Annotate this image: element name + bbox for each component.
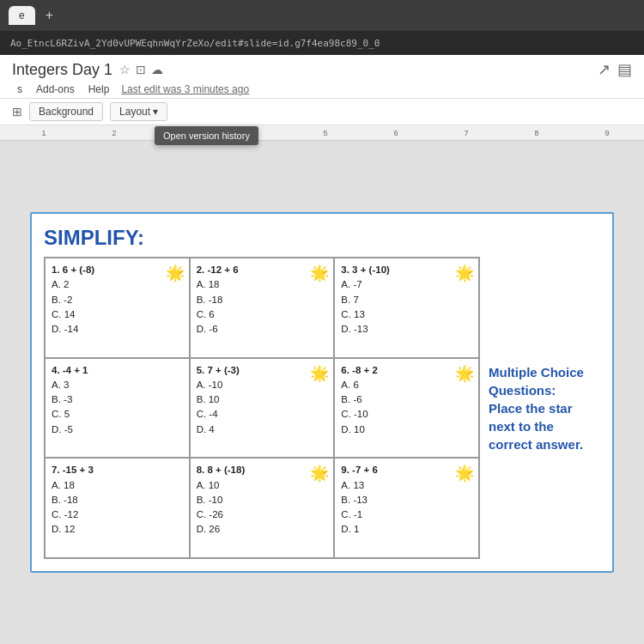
title-icons: ☆ ⊡ ☁ xyxy=(119,63,163,76)
star-icon[interactable]: ☆ xyxy=(119,63,131,76)
question-number-1: 1. 6 + (-8) xyxy=(52,264,94,275)
ruler-numbers: 1 2 3 4 5 6 7 8 9 xyxy=(2,129,642,137)
answer-option-3-0: A. -7 xyxy=(341,277,472,292)
ruler-tick-5: 5 xyxy=(290,129,361,137)
questions-grid: 1. 6 + (-8)🌟A. 2B. -2C. 14D. -142. -12 +… xyxy=(44,257,480,559)
answer-option-8-0: A. 10 xyxy=(197,478,328,493)
question-cell-3: 3. 3 + (-10)🌟A. -7B. 7C. 13D. -13 xyxy=(334,258,479,358)
star-emoji-9[interactable]: 🌟 xyxy=(455,462,474,485)
star-emoji-8[interactable]: 🌟 xyxy=(310,462,329,485)
answer-option-4-0: A. 3 xyxy=(52,378,183,392)
answer-option-8-2: C. -26 xyxy=(197,507,328,522)
active-tab[interactable]: e xyxy=(9,6,35,25)
side-text: Multiple Choice Questions: Place the sta… xyxy=(480,257,600,559)
question-cell-2: 2. -12 + 6🌟A. 18B. -18C. 6D. -6 xyxy=(190,258,335,358)
last-edit-link[interactable]: Last edit was 3 minutes ago xyxy=(121,83,249,95)
question-number-9: 9. -7 + 6 xyxy=(341,465,378,475)
answer-option-5-0: A. -10 xyxy=(197,378,328,392)
ruler-tick-7: 7 xyxy=(431,129,501,137)
ruler-tick-6: 6 xyxy=(361,129,431,137)
star-emoji-5[interactable]: 🌟 xyxy=(310,362,329,386)
answer-option-5-2: C. -4 xyxy=(197,407,328,422)
star-emoji-1[interactable]: 🌟 xyxy=(166,262,185,285)
menu-item-help[interactable]: Help xyxy=(83,81,115,98)
star-emoji-3[interactable]: 🌟 xyxy=(455,262,474,285)
ruler-tick-1: 1 xyxy=(9,129,79,137)
question-cell-8: 8. 8 + (-18)🌟A. 10B. -10C. -26D. 26 xyxy=(190,458,335,558)
answer-option-1-3: D. -14 xyxy=(52,322,183,337)
question-cell-1: 1. 6 + (-8)🌟A. 2B. -2C. 14D. -14 xyxy=(45,258,190,358)
answer-option-6-2: C. -10 xyxy=(341,407,472,422)
layout-button[interactable]: Layout ▾ xyxy=(110,102,167,121)
answer-option-2-0: A. 18 xyxy=(197,277,328,292)
ruler-tick-8: 8 xyxy=(501,129,572,137)
menu-bar: s Add-ons Help Last edit was 3 minutes a… xyxy=(12,81,632,98)
question-cell-6: 6. -8 + 2🌟A. 6B. -6C. -10D. 10 xyxy=(334,358,479,459)
question-cell-5: 5. 7 + (-3)🌟A. -10B. 10C. -4D. 4 xyxy=(190,358,335,459)
answer-option-5-3: D. 4 xyxy=(197,422,328,437)
answer-option-2-1: B. -18 xyxy=(197,293,328,307)
answer-option-4-2: C. 5 xyxy=(52,407,183,422)
question-number-5: 5. 7 + (-3) xyxy=(197,365,240,375)
answer-option-1-2: C. 14 xyxy=(52,307,183,322)
ruler: 1 2 3 4 5 6 7 8 9 xyxy=(0,125,644,141)
question-cell-9: 9. -7 + 6🌟A. 13B. -13C. -1D. 1 xyxy=(334,458,479,558)
answer-option-7-3: D. 12 xyxy=(52,522,183,537)
url-text[interactable]: Ao_EtncL6RZivA_2Yd0vUPWEqhnWqYrZeXo/edit… xyxy=(10,38,380,49)
ruler-tick-2: 2 xyxy=(79,129,149,137)
answer-option-1-0: A. 2 xyxy=(52,277,183,292)
toolbar: ⊞ Background Layout ▾ Open version histo… xyxy=(0,99,644,125)
save-icon[interactable]: ⊡ xyxy=(136,63,146,76)
answer-option-6-3: D. 10 xyxy=(341,422,472,437)
answer-option-3-1: B. 7 xyxy=(341,293,472,307)
answer-option-7-1: B. -18 xyxy=(52,493,183,507)
answer-option-7-2: C. -12 xyxy=(52,507,183,522)
answer-option-7-0: A. 18 xyxy=(52,478,183,493)
question-cell-7: 7. -15 + 3A. 18B. -18C. -12D. 12 xyxy=(45,458,190,558)
question-number-6: 6. -8 + 2 xyxy=(341,365,378,375)
top-bar: Integers Day 1 ☆ ⊡ ☁ ↗ ▤ s Add-ons Help … xyxy=(0,55,644,99)
present-icon[interactable]: ▤ xyxy=(617,60,632,79)
ruler-tick-9: 9 xyxy=(572,129,642,137)
app-area: Integers Day 1 ☆ ⊡ ☁ ↗ ▤ s Add-ons Help … xyxy=(0,55,644,644)
answer-option-2-2: C. 6 xyxy=(197,307,328,322)
answer-option-4-1: B. -3 xyxy=(52,392,183,407)
slide[interactable]: SIMPLIFY: 1. 6 + (-8)🌟A. 2B. -2C. 14D. -… xyxy=(30,212,614,573)
slide-content: 1. 6 + (-8)🌟A. 2B. -2C. 14D. -142. -12 +… xyxy=(44,257,600,559)
answer-option-2-3: D. -6 xyxy=(197,322,328,337)
address-bar: Ao_EtncL6RZivA_2Yd0vUPWEqhnWqYrZeXo/edit… xyxy=(0,31,644,55)
question-number-3: 3. 3 + (-10) xyxy=(341,264,390,275)
answer-option-8-3: D. 26 xyxy=(197,522,328,537)
title-row: Integers Day 1 ☆ ⊡ ☁ ↗ ▤ xyxy=(12,60,632,79)
toolbar-insert-icon[interactable]: ⊞ xyxy=(12,105,22,118)
chart-icon[interactable]: ↗ xyxy=(598,60,611,79)
question-cell-4: 4. -4 + 1A. 3B. -3C. 5D. -5 xyxy=(45,358,190,459)
answer-option-9-1: B. -13 xyxy=(341,493,472,507)
question-number-7: 7. -15 + 3 xyxy=(52,465,94,475)
answer-option-8-1: B. -10 xyxy=(197,493,328,507)
answer-option-5-1: B. 10 xyxy=(197,392,328,407)
answer-option-9-2: C. -1 xyxy=(341,507,472,522)
tooltip-open-version-history: Open version history xyxy=(155,126,258,145)
browser-chrome: e + xyxy=(0,0,644,31)
answer-option-6-1: B. -6 xyxy=(341,392,472,407)
menu-item-addons[interactable]: Add-ons xyxy=(31,81,80,98)
question-number-4: 4. -4 + 1 xyxy=(52,365,88,375)
question-number-8: 8. 8 + (-18) xyxy=(197,465,246,475)
slide-title: SIMPLIFY: xyxy=(44,226,600,250)
answer-option-9-0: A. 13 xyxy=(341,478,472,493)
slide-area: SIMPLIFY: 1. 6 + (-8)🌟A. 2B. -2C. 14D. -… xyxy=(0,141,644,644)
answer-option-3-3: D. -13 xyxy=(341,322,472,337)
star-emoji-2[interactable]: 🌟 xyxy=(310,262,329,285)
answer-option-9-3: D. 1 xyxy=(341,522,472,537)
answer-option-3-2: C. 13 xyxy=(341,307,472,322)
new-tab-button[interactable]: + xyxy=(46,8,53,23)
menu-item-s[interactable]: s xyxy=(12,81,27,98)
background-button[interactable]: Background xyxy=(29,102,103,121)
star-emoji-6[interactable]: 🌟 xyxy=(455,362,474,386)
cloud-icon[interactable]: ☁ xyxy=(151,63,163,76)
answer-option-4-3: D. -5 xyxy=(52,422,183,437)
answer-option-6-0: A. 6 xyxy=(341,378,472,392)
doc-title[interactable]: Integers Day 1 xyxy=(12,61,112,79)
question-number-2: 2. -12 + 6 xyxy=(197,264,239,275)
